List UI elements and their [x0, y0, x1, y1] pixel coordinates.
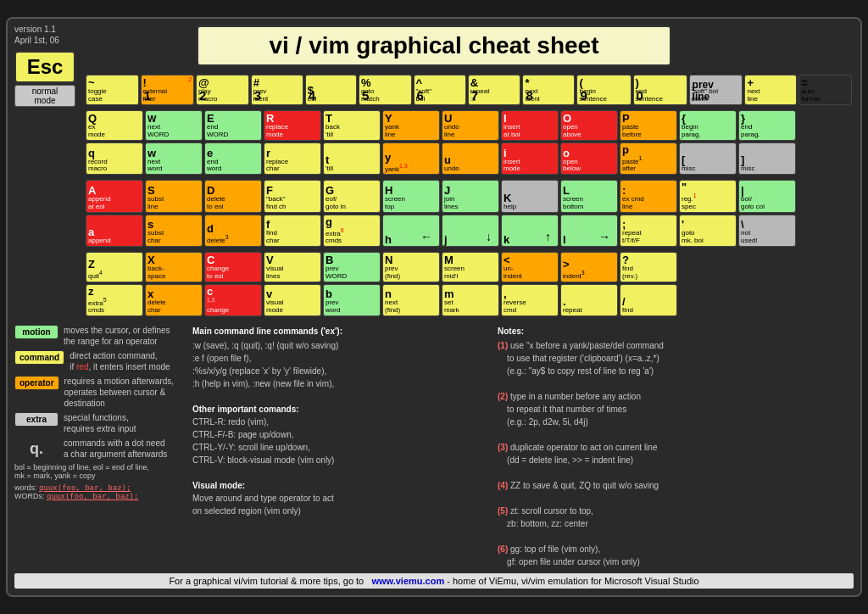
key-lbracket[interactable]: [ misc: [679, 142, 737, 175]
key-colon[interactable]: : ex cmdline: [620, 180, 677, 212]
key-X[interactable]: X back-space: [145, 252, 203, 282]
key-C[interactable]: C changeto eol: [204, 252, 262, 282]
key-question[interactable]: ? find(rev.): [620, 252, 677, 282]
legend-qdot: q. commands with a dot needa char argume…: [14, 438, 184, 460]
key-plus[interactable]: + nextline: [744, 75, 797, 105]
key-lt[interactable]: < un-indent: [501, 252, 559, 282]
key-n[interactable]: n next(find): [382, 284, 440, 316]
key-y[interactable]: y yank1,3: [382, 142, 440, 175]
commands-title: Main command line commands ('ex'):: [192, 325, 489, 338]
notes-title: Notes:: [498, 325, 854, 338]
key-r[interactable]: r replacechar: [264, 142, 321, 175]
key-l[interactable]: l →: [560, 215, 618, 247]
key-s[interactable]: s substchar: [145, 215, 203, 247]
key-gt[interactable]: > indent3: [560, 252, 618, 282]
key-h[interactable]: h ←: [382, 215, 440, 247]
bottom-bar-suffix: - home of ViEmu, vi/vim emulation for Mi…: [447, 576, 698, 586]
page-title: vi / vim graphical cheat sheet: [197, 25, 671, 66]
key-o[interactable]: o openbelow: [560, 142, 618, 175]
key-8[interactable]: * nextident 8: [522, 75, 575, 105]
key-Z[interactable]: Z quit4: [86, 252, 143, 282]
key-t[interactable]: t 'till: [323, 142, 381, 175]
key-tilde[interactable]: ~ togglecase: [86, 75, 139, 105]
key-3[interactable]: # prevident 3: [251, 75, 303, 105]
key-j[interactable]: j ↓: [442, 215, 499, 247]
viemu-link[interactable]: www.viemu.com: [371, 576, 444, 586]
key-backslash[interactable]: \ notused!: [738, 215, 796, 247]
key-rbracket[interactable]: ] misc: [738, 142, 796, 175]
key-z[interactable]: z extra5cmds: [86, 284, 143, 316]
key-T[interactable]: T back'till: [323, 110, 381, 141]
bol-legend: bol = beginning of line, eol = end of li…: [14, 463, 184, 480]
key-7[interactable]: & repeat:s 7: [468, 75, 521, 105]
key-quote[interactable]: " reg.1spec: [679, 180, 737, 212]
key-q[interactable]: q recordmacro: [86, 142, 143, 175]
key-R[interactable]: R replacemode: [264, 110, 321, 141]
key-5[interactable]: % gotomatch 5: [359, 75, 412, 105]
key-m[interactable]: m setmark: [442, 284, 499, 316]
key-G[interactable]: G eof/goto ln: [323, 180, 381, 212]
key-4[interactable]: $ eol 4: [305, 75, 357, 105]
esc-sublabel: normalmode: [14, 85, 75, 107]
key-P[interactable]: P pastebefore: [620, 110, 677, 141]
key-1[interactable]: ! externalfilter 1 2: [141, 75, 195, 105]
key-k[interactable]: k ↑: [501, 215, 559, 247]
key-equal[interactable]: = autoformat: [798, 75, 852, 105]
key-pipe[interactable]: | bol/goto col: [738, 180, 796, 212]
key-w[interactable]: w nextword: [145, 142, 203, 175]
key-slash[interactable]: / find: [620, 284, 677, 316]
key-V[interactable]: V visuallines: [264, 252, 321, 282]
key-comma[interactable]: , reversecmd: [501, 284, 559, 316]
key-K[interactable]: K help: [501, 180, 559, 212]
asdf-row: A appendat eol S substline D deleteto eo…: [84, 178, 798, 248]
qwerty-row: Q exmode W nextWORD E endWORD R replacem…: [84, 109, 798, 176]
key-O[interactable]: O openabove: [560, 110, 618, 141]
key-S[interactable]: S substline: [145, 180, 203, 212]
key-Y[interactable]: Y yankline: [382, 110, 440, 141]
key-6[interactable]: ^ "soft"bol 6: [414, 75, 466, 105]
key-x[interactable]: x deletechar: [145, 284, 203, 316]
key-M[interactable]: M screenmid'l: [442, 252, 499, 282]
key-A[interactable]: A appendat eol: [86, 180, 143, 212]
key-L[interactable]: L screenbottom: [560, 180, 618, 212]
commands-body: :w (save), :q (quit), :q! (quit w/o savi…: [192, 339, 489, 517]
notes-section: Notes: (1) use "x before a yank/paste/de…: [498, 325, 854, 568]
title-area: vi / vim graphical cheat sheet: [197, 25, 671, 66]
key-dot[interactable]: . repeat: [560, 284, 618, 316]
key-E[interactable]: E endWORD: [204, 110, 262, 141]
key-f[interactable]: f findchar: [264, 215, 321, 247]
key-c[interactable]: c 1,3change: [204, 284, 262, 316]
key-e[interactable]: e endword: [204, 142, 262, 175]
key-d[interactable]: d delete3: [204, 215, 262, 247]
key-minus[interactable]: _ "soft" boldown -prevline: [689, 75, 743, 105]
key-W-upper[interactable]: W nextWORD: [145, 110, 203, 141]
key-J[interactable]: J joinlines: [442, 180, 499, 212]
key-2[interactable]: @ playmacro 2: [196, 75, 249, 105]
key-semicolon[interactable]: ; repeatt/T/f/F: [620, 215, 677, 247]
key-a[interactable]: a append: [86, 215, 143, 247]
key-D[interactable]: D deleteto eol: [204, 180, 262, 212]
bottom-section: motion moves the cursor, or definesthe r…: [14, 325, 854, 568]
key-H[interactable]: H screentop: [382, 180, 440, 212]
key-F[interactable]: F "back"find ch: [264, 180, 321, 212]
key-N[interactable]: N prev(find): [382, 252, 440, 282]
key-i[interactable]: i insertmode: [501, 142, 559, 175]
words-value: quux(foo, bar, baz);: [39, 483, 131, 492]
key-rbrace[interactable]: } endparag.: [738, 110, 796, 141]
key-I[interactable]: I insertat bol: [501, 110, 559, 141]
key-p[interactable]: p paste1after: [620, 142, 677, 175]
key-lbrace[interactable]: { beginparag.: [679, 110, 737, 141]
key-v[interactable]: v visualmode: [264, 284, 321, 316]
key-apos[interactable]: ' gotomk. bol: [679, 215, 737, 247]
legend-operator-badge: operator: [14, 376, 59, 390]
key-b[interactable]: b prevword: [323, 284, 381, 316]
key-U[interactable]: U undoline: [442, 110, 499, 141]
key-9[interactable]: ( beginsentence 9: [576, 75, 631, 105]
key-u[interactable]: u undo: [442, 142, 499, 175]
key-B[interactable]: B prevWORD: [323, 252, 381, 282]
key-g[interactable]: g extra6cmds: [323, 215, 381, 247]
WORDS-value: quux(foo, bar, baz);: [47, 492, 138, 500]
note-5-num: (5): [498, 506, 508, 516]
key-Q[interactable]: Q exmode: [86, 110, 143, 141]
key-0[interactable]: ) endsentence 0: [633, 75, 687, 105]
